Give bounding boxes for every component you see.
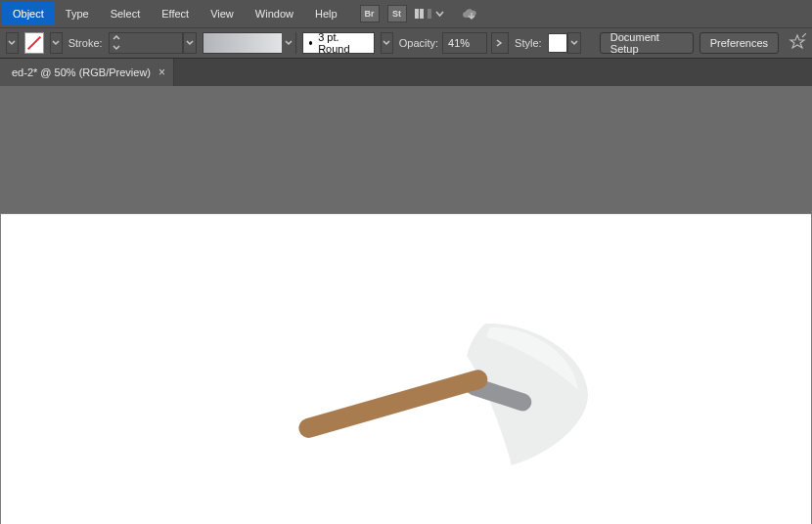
gpu-preview-icon[interactable] <box>460 7 481 21</box>
preferences-button[interactable]: Preferences <box>699 32 779 54</box>
stroke-color-dropdown[interactable] <box>50 32 63 54</box>
menu-item-view[interactable]: View <box>200 2 245 25</box>
opacity-label: Opacity: <box>399 37 438 49</box>
menu-item-type[interactable]: Type <box>55 2 100 25</box>
arrange-documents-button[interactable] <box>415 9 444 19</box>
menu-item-effect[interactable]: Effect <box>151 2 200 25</box>
control-bar: Stroke: 3 pt. Round Opacity: 41% Style: <box>0 27 812 59</box>
stroke-color-swatch[interactable] <box>24 32 44 54</box>
svg-line-0 <box>802 33 806 37</box>
stroke-weight-stepper[interactable] <box>109 32 124 54</box>
graphic-style-swatch[interactable] <box>548 33 567 53</box>
svg-rect-2 <box>296 368 490 440</box>
variable-width-profile-dropdown[interactable] <box>381 32 393 54</box>
brush-definition-picker[interactable] <box>203 32 296 54</box>
opacity-dropdown[interactable] <box>491 32 509 54</box>
align-to-icon[interactable] <box>789 33 806 53</box>
stock-launcher-icon[interactable]: St <box>387 5 407 22</box>
style-label: Style: <box>515 37 542 49</box>
stroke-label: Stroke: <box>68 37 103 49</box>
menu-item-help[interactable]: Help <box>304 2 348 25</box>
profile-name: 3 pt. Round <box>318 31 368 55</box>
menu-item-window[interactable]: Window <box>245 2 304 25</box>
document-tab-strip: ed-2* @ 50% (RGB/Preview) × <box>0 59 812 86</box>
opacity-value: 41% <box>448 37 470 49</box>
stroke-weight-dropdown[interactable] <box>183 32 197 54</box>
work-area <box>0 86 812 524</box>
document-tab-active[interactable]: ed-2* @ 50% (RGB/Preview) × <box>0 59 174 86</box>
graphic-style-dropdown[interactable] <box>567 32 581 54</box>
document-setup-button[interactable]: Document Setup <box>600 32 694 54</box>
document-tab-title: ed-2* @ 50% (RGB/Preview) <box>12 66 151 78</box>
bullet-icon <box>309 41 313 45</box>
stroke-weight-field[interactable] <box>124 32 183 54</box>
menu-item-object[interactable]: Object <box>2 2 55 25</box>
brush-thumbnail-icon <box>203 33 282 53</box>
none-stroke-icon <box>27 36 41 50</box>
close-tab-icon[interactable]: × <box>158 66 165 79</box>
shovel-artwork <box>285 302 608 498</box>
menu-bar: Object Type Select Effect View Window He… <box>0 0 812 27</box>
bridge-launcher-icon[interactable]: Br <box>360 5 380 22</box>
opacity-field[interactable]: 41% <box>442 32 487 54</box>
artboard[interactable] <box>0 213 812 524</box>
variable-width-profile-picker[interactable]: 3 pt. Round <box>302 32 375 54</box>
fill-target-dropdown[interactable] <box>6 32 19 54</box>
menu-item-select[interactable]: Select <box>100 2 152 25</box>
